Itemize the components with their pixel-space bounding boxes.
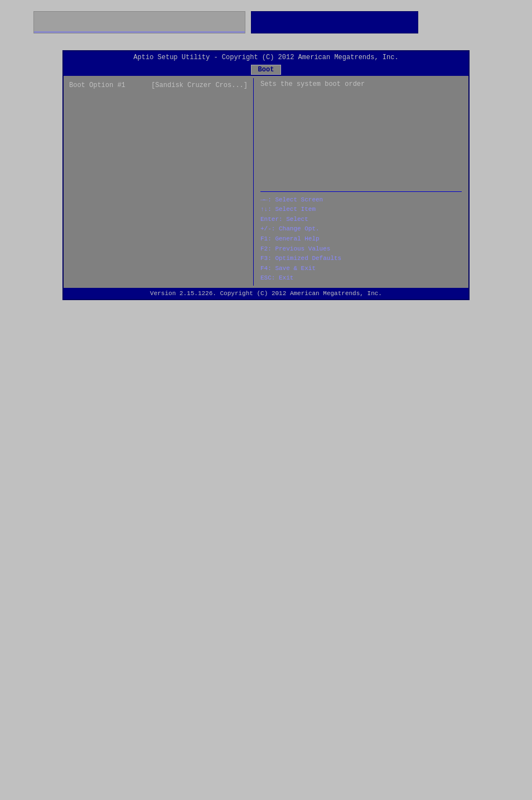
bios-keys: →←: Select Screen ↑↓: Select Item Enter:… — [260, 195, 462, 283]
key-select-screen: →←: Select Screen — [260, 195, 462, 205]
bios-right-panel: Sets the system boot order →←: Select Sc… — [254, 76, 468, 288]
bios-title: Aptio Setup Utility - Copyright (C) 2012… — [133, 54, 398, 61]
page-wrapper: Aptio Setup Utility - Copyright (C) 2012… — [0, 0, 532, 800]
bios-screen: Aptio Setup Utility - Copyright (C) 2012… — [62, 50, 470, 300]
bios-tab-row: Boot — [64, 64, 468, 76]
key-f3: F3: Optimized Defaults — [260, 254, 462, 264]
key-enter: Enter: Select — [260, 215, 462, 225]
key-f4: F4: Save & Exit — [260, 264, 462, 274]
bios-footer: Version 2.15.1226. Copyright (C) 2012 Am… — [64, 288, 468, 299]
bios-left-panel: Boot Option #1 [Sandisk Cruzer Cros...] — [64, 76, 253, 288]
bios-footer-text: Version 2.15.1226. Copyright (C) 2012 Am… — [150, 290, 382, 297]
top-bar-left — [33, 11, 245, 33]
bios-title-bar: Aptio Setup Utility - Copyright (C) 2012… — [64, 51, 468, 64]
key-f1: F1: General Help — [260, 234, 462, 244]
key-esc: ESC: Exit — [260, 273, 462, 283]
boot-option-row[interactable]: Boot Option #1 [Sandisk Cruzer Cros...] — [69, 80, 248, 90]
bios-help-text: Sets the system boot order — [260, 80, 462, 184]
top-bar-area — [0, 6, 532, 39]
key-change-opt: +/-: Change Opt. — [260, 224, 462, 234]
boot-option-label: Boot Option #1 — [69, 81, 125, 89]
keys-divider — [260, 191, 462, 192]
bios-content: Boot Option #1 [Sandisk Cruzer Cros...] … — [64, 76, 468, 288]
top-bar-right — [251, 11, 418, 33]
bios-active-tab[interactable]: Boot — [251, 65, 282, 75]
key-f2: F2: Previous Values — [260, 244, 462, 254]
key-select-item: ↑↓: Select Item — [260, 205, 462, 215]
boot-option-value: [Sandisk Cruzer Cros...] — [151, 81, 248, 89]
